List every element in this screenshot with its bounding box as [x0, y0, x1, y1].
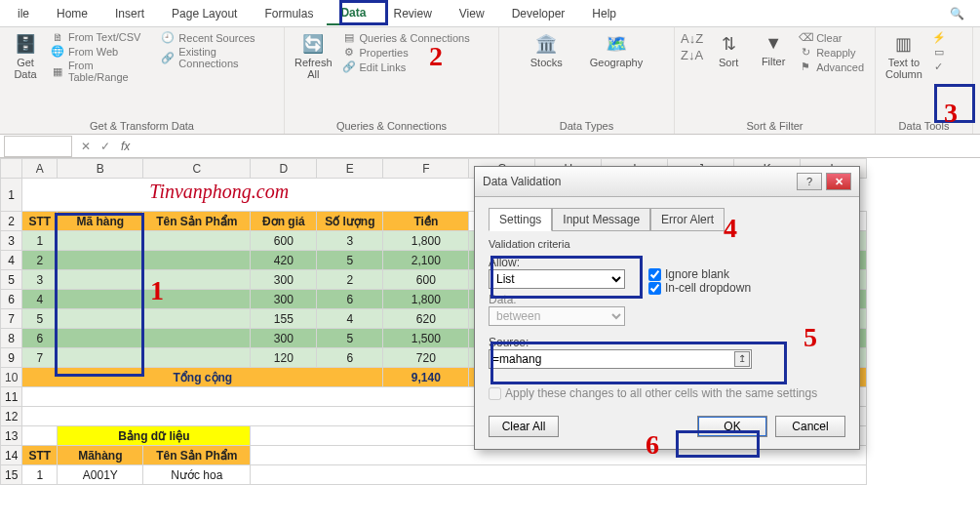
cell[interactable] [58, 348, 143, 368]
col-header-A[interactable]: A [22, 159, 58, 179]
cell[interactable]: 3 [317, 231, 383, 251]
row-header[interactable]: 9 [1, 348, 22, 368]
cell[interactable]: 1 [22, 465, 58, 485]
source-input[interactable] [489, 349, 752, 369]
col-header-D[interactable]: D [251, 159, 317, 179]
name-box[interactable] [4, 136, 72, 157]
cell[interactable]: 4 [22, 290, 58, 309]
from-table-range[interactable]: ▦From Table/Range [51, 60, 155, 83]
row-header[interactable]: 7 [1, 309, 22, 329]
cell[interactable]: 600 [383, 270, 469, 290]
cell[interactable] [143, 231, 251, 251]
cell[interactable]: 600 [251, 231, 317, 251]
fx-icon[interactable]: fx [115, 140, 136, 153]
row-header[interactable]: 8 [1, 329, 22, 348]
dialog-close-button[interactable]: ✕ [826, 173, 851, 190]
cell[interactable]: 7 [22, 348, 58, 368]
cell[interactable]: 2,100 [383, 251, 469, 270]
cell[interactable]: 300 [251, 290, 317, 309]
col-header-E[interactable]: E [317, 159, 383, 179]
from-web[interactable]: 🌐From Web [51, 45, 155, 58]
cell[interactable]: 720 [383, 348, 469, 368]
tab-file[interactable]: ile [4, 3, 43, 24]
tab-review[interactable]: Review [379, 3, 445, 24]
cell[interactable]: 620 [383, 309, 469, 329]
tab-pagelayout[interactable]: Page Layout [158, 3, 251, 24]
row-header[interactable]: 11 [1, 387, 22, 407]
sort-az[interactable]: A↓Z [681, 31, 703, 46]
col-header-F[interactable]: F [383, 159, 469, 179]
formula-accept-icon[interactable]: ✓ [96, 140, 115, 153]
get-data-button[interactable]: 🗄️ Get Data [6, 31, 45, 82]
cell[interactable]: Nước hoa [143, 465, 251, 485]
row-header[interactable]: 1 [1, 179, 22, 212]
row-header[interactable]: 15 [1, 465, 22, 485]
row-header[interactable]: 2 [1, 212, 22, 231]
row-header[interactable]: 14 [1, 446, 22, 465]
cell[interactable]: 120 [251, 348, 317, 368]
refresh-all-button[interactable]: 🔄 Refresh All [291, 31, 336, 82]
formula-input[interactable] [136, 136, 980, 157]
tab-insert[interactable]: Insert [101, 3, 158, 24]
existing-connections[interactable]: 🔗Existing Connections [161, 46, 278, 69]
cell[interactable]: 1,500 [383, 329, 469, 348]
cell[interactable] [143, 251, 251, 270]
geography-button[interactable]: 🗺️Geography [586, 31, 647, 70]
cell[interactable]: 5 [317, 251, 383, 270]
cell[interactable] [143, 270, 251, 290]
cell[interactable]: 2 [22, 251, 58, 270]
flash-fill[interactable]: ⚡ [932, 31, 946, 44]
dialog-titlebar[interactable]: Data Validation ? ✕ [475, 167, 859, 197]
sort-za[interactable]: Z↓A [681, 48, 703, 62]
cell[interactable]: 5 [22, 309, 58, 329]
reapply-filter[interactable]: ↻Reapply [799, 46, 864, 59]
row-header[interactable]: 6 [1, 290, 22, 309]
cell[interactable] [58, 270, 143, 290]
cell[interactable] [143, 348, 251, 368]
from-text-csv[interactable]: 🗎From Text/CSV [51, 31, 155, 43]
cell[interactable]: 6 [317, 348, 383, 368]
stocks-button[interactable]: 🏛️Stocks [527, 31, 567, 70]
text-to-columns-button[interactable]: ▥Text to Column [882, 31, 926, 82]
col-header-C[interactable]: C [143, 159, 251, 179]
edit-links[interactable]: 🔗Edit Links [342, 60, 470, 73]
cell[interactable]: 300 [251, 329, 317, 348]
cancel-button[interactable]: Cancel [775, 416, 845, 437]
formula-cancel-icon[interactable]: ✕ [76, 140, 96, 153]
select-all-corner[interactable] [1, 159, 22, 179]
advanced-filter[interactable]: ⚑Advanced [799, 60, 864, 73]
row-header[interactable]: 4 [1, 251, 22, 270]
tab-help[interactable]: Help [578, 3, 630, 24]
row-header[interactable]: 10 [1, 368, 22, 387]
remove-duplicates[interactable]: ▭ [932, 46, 946, 59]
cell[interactable]: 4 [317, 309, 383, 329]
cell[interactable]: 1 [22, 231, 58, 251]
cell[interactable]: 6 [22, 329, 58, 348]
cell[interactable]: 1,800 [383, 231, 469, 251]
cell[interactable] [58, 231, 143, 251]
dialog-tab-input-message[interactable]: Input Message [552, 208, 650, 231]
cell[interactable] [143, 290, 251, 309]
cell[interactable]: 300 [251, 270, 317, 290]
range-picker-icon[interactable]: ↥ [734, 351, 750, 367]
clear-all-button[interactable]: Clear All [489, 416, 559, 437]
sort-button[interactable]: ⇅Sort [709, 31, 748, 70]
cell[interactable] [58, 251, 143, 270]
data-validation-ribbon[interactable]: ✓ [932, 60, 946, 73]
cell[interactable]: A001Y [58, 465, 143, 485]
tab-formulas[interactable]: Formulas [251, 3, 327, 24]
cell[interactable]: 5 [317, 329, 383, 348]
col-header-B[interactable]: B [58, 159, 143, 179]
row-header[interactable]: 3 [1, 231, 22, 251]
cell[interactable]: 6 [317, 290, 383, 309]
cell[interactable] [58, 290, 143, 309]
search-icon[interactable]: 🔍 [950, 7, 964, 20]
cell[interactable] [58, 309, 143, 329]
allow-select[interactable]: List [489, 269, 625, 289]
cell[interactable]: 2 [317, 270, 383, 290]
tab-data[interactable]: Data [327, 2, 379, 25]
cell[interactable] [143, 309, 251, 329]
apply-all-checkbox[interactable]: Apply these changes to all other cells w… [489, 386, 845, 400]
clear-filter[interactable]: ⌫Clear [799, 31, 864, 44]
cell[interactable]: 420 [251, 251, 317, 270]
